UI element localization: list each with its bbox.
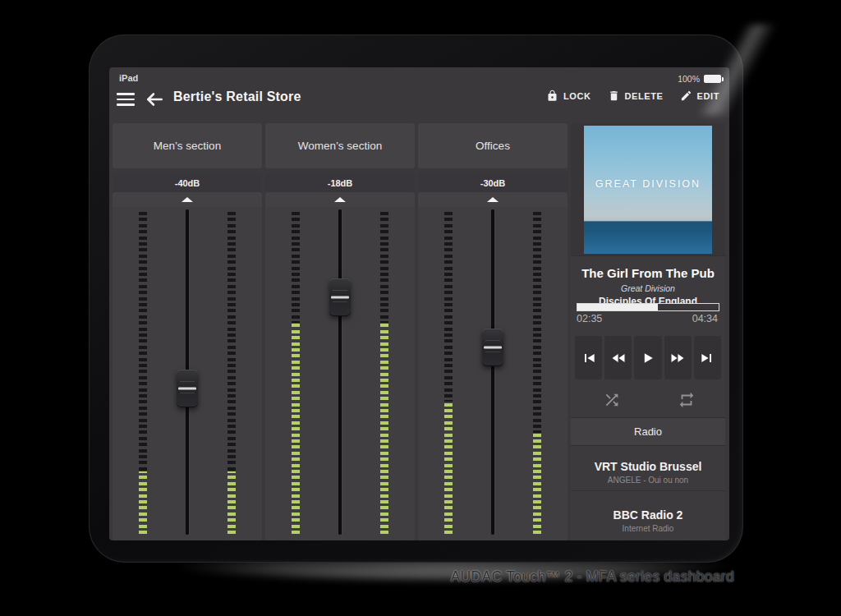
triangle-up-icon bbox=[487, 197, 499, 202]
volume-fader bbox=[481, 209, 504, 535]
transport-controls bbox=[575, 336, 721, 379]
app-screen: iPad 100% Bertie's Retail Store LOCK bbox=[109, 67, 729, 540]
fader-handle[interactable] bbox=[177, 370, 198, 407]
radio-station-bbc[interactable]: BBC Radio 2 Internet Radio bbox=[571, 492, 725, 540]
skip-next-icon bbox=[699, 350, 715, 366]
time-row: 02:35 04:34 bbox=[577, 313, 718, 324]
battery-full-icon bbox=[704, 75, 721, 83]
mixer-channel-womens-section: Women’s section -18dB bbox=[265, 67, 415, 540]
repeat-button[interactable] bbox=[674, 388, 699, 412]
zone-name: Men’s section bbox=[113, 123, 262, 168]
volume-fader bbox=[176, 209, 199, 535]
radio-station-vrt[interactable]: VRT Studio Brussel ANGELE - Oui ou non bbox=[571, 446, 725, 491]
play-button[interactable] bbox=[634, 336, 661, 379]
shuffle-button[interactable] bbox=[600, 388, 624, 412]
vu-meter-right bbox=[533, 212, 541, 534]
total-time: 04:34 bbox=[692, 313, 718, 324]
mixer-channel-offices: Offices -30dB bbox=[418, 67, 568, 540]
play-icon bbox=[640, 350, 656, 366]
vu-meter-left bbox=[139, 212, 147, 534]
mixer-channel-mens-section: Men’s section -40dB bbox=[113, 67, 262, 540]
volume-fader bbox=[329, 209, 352, 535]
fader-expand-button[interactable] bbox=[113, 192, 262, 207]
skip-next-button[interactable] bbox=[694, 336, 721, 379]
fader-track[interactable] bbox=[491, 209, 494, 535]
triangle-up-icon bbox=[334, 197, 346, 202]
track-title: The Girl From The Pub bbox=[571, 266, 725, 280]
station-now-playing: ANGELE - Oui ou non bbox=[571, 476, 725, 485]
station-name: BBC Radio 2 bbox=[571, 508, 725, 522]
zone-name: Offices bbox=[418, 123, 568, 168]
triangle-up-icon bbox=[182, 197, 193, 202]
vu-meter-right bbox=[380, 212, 388, 534]
battery-percent: 100% bbox=[678, 74, 700, 84]
zone-level-db: -40dB bbox=[113, 173, 262, 192]
zone-name: Women’s section bbox=[265, 123, 415, 168]
skip-previous-icon bbox=[581, 350, 597, 366]
album-art-box: GREAT DIVISION bbox=[571, 123, 725, 256]
vu-meter-left bbox=[292, 212, 300, 534]
vu-meter-left bbox=[444, 212, 453, 534]
delete-button[interactable]: DELETE bbox=[608, 89, 664, 103]
pencil-icon bbox=[680, 89, 692, 103]
fader-area bbox=[418, 207, 568, 540]
shuffle-icon bbox=[603, 391, 621, 409]
progress-fill bbox=[577, 304, 658, 310]
ipad-device-frame: iPad 100% Bertie's Retail Store LOCK bbox=[89, 34, 743, 563]
vu-meter-right bbox=[227, 212, 236, 534]
fast-forward-button[interactable] bbox=[664, 336, 692, 379]
rewind-icon bbox=[609, 350, 627, 366]
player-panel: GREAT DIVISION The Girl From The Pub Gre… bbox=[571, 123, 725, 540]
fast-forward-icon bbox=[669, 350, 687, 366]
station-name: VRT Studio Brussel bbox=[571, 460, 725, 473]
repeat-icon bbox=[678, 391, 696, 409]
skip-previous-button[interactable] bbox=[575, 336, 602, 379]
fader-expand-button[interactable] bbox=[265, 192, 415, 207]
fader-area bbox=[265, 207, 415, 540]
fader-area bbox=[113, 207, 262, 540]
track-album: Great Division bbox=[571, 283, 725, 293]
seek-bar[interactable] bbox=[577, 303, 719, 311]
album-art-text: GREAT DIVISION bbox=[584, 178, 712, 190]
trash-icon bbox=[608, 89, 620, 103]
edit-button[interactable]: EDIT bbox=[680, 89, 719, 103]
station-now-playing: Internet Radio bbox=[571, 524, 725, 533]
image-caption: AUDAC Touch™ 2 - MFA series dashboard bbox=[451, 568, 734, 586]
fader-expand-button[interactable] bbox=[418, 192, 568, 207]
album-art: GREAT DIVISION bbox=[584, 126, 712, 254]
nav-actions: LOCK DELETE EDIT bbox=[546, 89, 719, 103]
battery-status: 100% bbox=[678, 74, 721, 84]
zone-level-db: -18dB bbox=[265, 173, 415, 192]
rewind-button[interactable] bbox=[604, 336, 632, 379]
fader-handle[interactable] bbox=[482, 329, 503, 366]
mode-row bbox=[571, 384, 725, 416]
zone-level-db: -30dB bbox=[418, 173, 568, 192]
stage: { "status_bar": { "device_label": "iPad"… bbox=[0, 0, 841, 616]
elapsed-time: 02:35 bbox=[577, 313, 602, 324]
radio-section-header: Radio bbox=[571, 417, 725, 446]
delete-button-label: DELETE bbox=[625, 91, 664, 101]
edit-button-label: EDIT bbox=[697, 91, 719, 101]
fader-track[interactable] bbox=[338, 209, 342, 535]
fader-handle[interactable] bbox=[329, 278, 351, 316]
